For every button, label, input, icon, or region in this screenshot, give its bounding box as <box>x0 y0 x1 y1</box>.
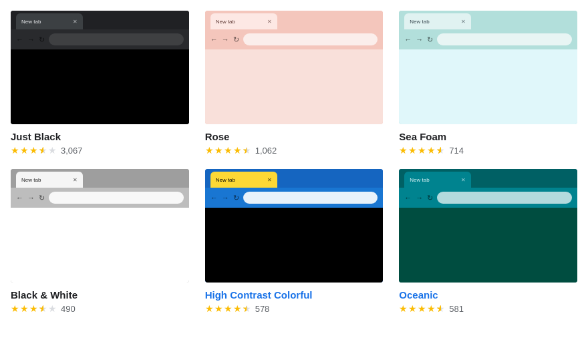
refresh-icon: ↻ <box>427 35 433 44</box>
tab-close-icon: ✕ <box>461 19 466 25</box>
star-full: ★ <box>11 145 19 156</box>
back-icon: ← <box>404 35 412 43</box>
theme-preview-sea-foam: New tab ✕ ← → ↻ <box>399 11 577 124</box>
forward-icon: → <box>27 35 35 43</box>
theme-name: Just Black <box>11 131 189 142</box>
omnibox <box>437 33 572 45</box>
browser-chrome: New tab ✕ ← → ↻ <box>399 11 577 49</box>
rating-row: ★★★★★★ 490 <box>11 303 189 314</box>
refresh-icon: ↻ <box>233 35 239 44</box>
tab-bar: New tab ✕ <box>11 169 189 188</box>
theme-name: Sea Foam <box>399 131 577 142</box>
rating-row: ★★★★★★ 3,067 <box>11 145 189 156</box>
tab-title: New tab <box>21 177 70 183</box>
browser-toolbar: ← → ↻ <box>399 188 577 208</box>
browser-toolbar: ← → ↻ <box>205 29 384 49</box>
star-rating: ★★★★★★ <box>399 303 445 314</box>
theme-preview-rose: New tab ✕ ← → ↻ <box>205 11 384 124</box>
star-full: ★ <box>205 303 214 314</box>
browser-content <box>11 49 189 124</box>
browser-toolbar: ← → ↻ <box>205 188 384 208</box>
forward-icon: → <box>416 194 423 202</box>
star-rating: ★★★★★★ <box>205 303 251 314</box>
theme-card-high-contrast-colorful[interactable]: New tab ✕ ← → ↻ High Contrast Colorful ★… <box>205 169 384 314</box>
refresh-icon: ↻ <box>39 35 45 44</box>
tab-close-icon: ✕ <box>267 177 272 183</box>
star-full: ★ <box>11 303 19 314</box>
theme-card-just-black[interactable]: New tab ✕ ← → ↻ Just Black ★★★★★★ 3,067 <box>11 11 189 156</box>
theme-card-rose[interactable]: New tab ✕ ← → ↻ Rose ★★★★★★ 1,062 <box>205 11 384 156</box>
theme-preview-black-white: New tab ✕ ← → ↻ <box>11 169 189 283</box>
browser-mock: New tab ✕ ← → ↻ <box>11 169 189 283</box>
rating-row: ★★★★★★ 581 <box>399 303 577 314</box>
tab-title: New tab <box>21 19 70 25</box>
browser-mock: New tab ✕ ← → ↻ <box>399 169 577 283</box>
back-icon: ← <box>210 35 218 43</box>
star-half: ★★ <box>243 303 251 314</box>
star-rating: ★★★★★★ <box>399 145 445 156</box>
browser-toolbar: ← → ↻ <box>11 188 189 208</box>
star-empty: ★ <box>48 303 57 314</box>
theme-card-black-white[interactable]: New tab ✕ ← → ↻ Black & White ★★★★★★ 490 <box>11 169 189 314</box>
browser-mock: New tab ✕ ← → ↻ <box>205 169 384 283</box>
star-full: ★ <box>408 303 417 314</box>
star-full: ★ <box>233 145 242 156</box>
tab-title: New tab <box>410 177 458 183</box>
star-rating: ★★★★★★ <box>205 145 251 156</box>
theme-name: Rose <box>205 131 384 142</box>
tab-close-icon: ✕ <box>461 177 466 183</box>
star-full: ★ <box>408 145 417 156</box>
tab-title: New tab <box>216 19 265 25</box>
star-full: ★ <box>418 303 426 314</box>
star-half: ★★ <box>436 145 445 156</box>
review-count: 3,067 <box>61 146 83 156</box>
browser-toolbar: ← → ↻ <box>11 29 189 49</box>
star-half: ★★ <box>243 145 251 156</box>
browser-tab: New tab ✕ <box>404 172 471 188</box>
star-empty: ★ <box>48 145 57 156</box>
tab-title: New tab <box>410 19 458 25</box>
tab-bar: New tab ✕ <box>399 169 577 188</box>
theme-name: Oceanic <box>399 289 577 301</box>
browser-mock: New tab ✕ ← → ↻ <box>399 11 577 124</box>
theme-name: High Contrast Colorful <box>205 289 384 301</box>
theme-preview-oceanic: New tab ✕ ← → ↻ <box>399 169 577 283</box>
back-icon: ← <box>210 194 218 202</box>
star-full: ★ <box>214 145 223 156</box>
star-full: ★ <box>224 303 233 314</box>
refresh-icon: ↻ <box>427 194 433 202</box>
star-half: ★★ <box>39 303 47 314</box>
tab-bar: New tab ✕ <box>11 11 189 29</box>
star-full: ★ <box>20 303 29 314</box>
theme-preview-just-black: New tab ✕ ← → ↻ <box>11 11 189 124</box>
back-icon: ← <box>16 194 23 202</box>
back-icon: ← <box>16 35 23 43</box>
star-full: ★ <box>29 145 38 156</box>
star-full: ★ <box>29 303 38 314</box>
star-full: ★ <box>205 145 214 156</box>
browser-content <box>205 49 384 124</box>
star-rating: ★★★★★★ <box>11 303 57 314</box>
star-full: ★ <box>427 145 436 156</box>
refresh-icon: ↻ <box>39 194 45 202</box>
theme-card-sea-foam[interactable]: New tab ✕ ← → ↻ Sea Foam ★★★★★★ 714 <box>399 11 577 156</box>
browser-chrome: New tab ✕ ← → ↻ <box>11 169 189 208</box>
theme-name: Black & White <box>11 289 189 301</box>
tab-bar: New tab ✕ <box>205 11 384 29</box>
back-icon: ← <box>404 194 412 202</box>
review-count: 1,062 <box>255 146 277 156</box>
refresh-icon: ↻ <box>233 194 239 202</box>
tab-bar: New tab ✕ <box>399 11 577 29</box>
browser-tab: New tab ✕ <box>210 172 277 188</box>
browser-chrome: New tab ✕ ← → ↻ <box>205 11 384 49</box>
star-full: ★ <box>214 303 223 314</box>
themes-grid: New tab ✕ ← → ↻ Just Black ★★★★★★ 3,067 <box>11 11 577 314</box>
review-count: 490 <box>61 304 76 314</box>
omnibox <box>243 192 378 204</box>
star-rating: ★★★★★★ <box>11 145 57 156</box>
theme-card-oceanic[interactable]: New tab ✕ ← → ↻ Oceanic ★★★★★★ 581 <box>399 169 577 314</box>
theme-preview-high-contrast-colorful: New tab ✕ ← → ↻ <box>205 169 384 283</box>
browser-content <box>399 208 577 283</box>
rating-row: ★★★★★★ 714 <box>399 145 577 156</box>
omnibox <box>437 192 572 204</box>
